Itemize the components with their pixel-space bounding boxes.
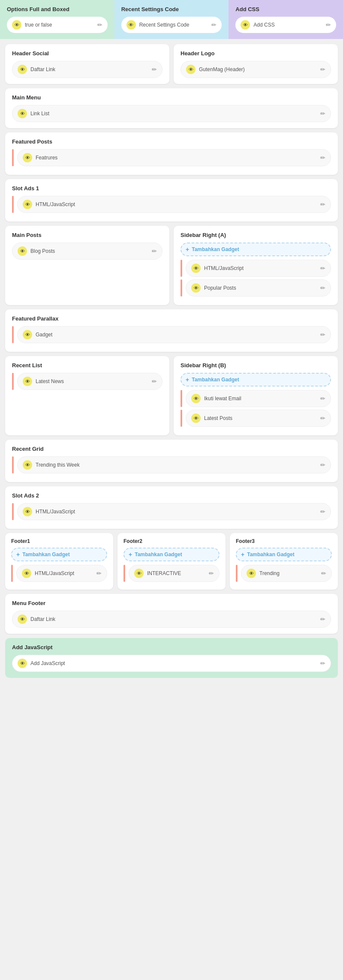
edit-icon-sa2[interactable]: ✏ — [320, 285, 325, 291]
edit-icon-sa1[interactable]: ✏ — [320, 265, 325, 272]
edit-icon-parallax[interactable]: ✏ — [320, 331, 325, 338]
drag-handle-slot2 — [12, 503, 14, 520]
edit-icon-f2[interactable]: ✏ — [209, 570, 214, 577]
drag-handle-recent — [12, 373, 14, 390]
featured-parallax-card: Featured Parallax Gadget ✏ — [5, 309, 338, 352]
plus-icon-a: + — [186, 246, 189, 253]
top-card-css-title: Add CSS — [235, 6, 336, 12]
edit-icon-settings[interactable]: ✏ — [211, 21, 217, 28]
recent-list-label: Latest News — [36, 378, 148, 384]
edit-icon-f3[interactable]: ✏ — [321, 570, 326, 577]
add-gadget-a-label: Tambahkan Gadget — [192, 246, 239, 252]
sidebar-a-item1-label: HTML/JavaScript — [204, 265, 317, 271]
featured-parallax-title: Featured Parallax — [12, 315, 331, 322]
top-card-options: Options Full and Boxed true or false ✏ — [0, 0, 114, 39]
edit-icon-f1[interactable]: ✏ — [96, 570, 102, 577]
header-logo-item: GutenMag (Header) ✏ — [181, 61, 331, 78]
add-gadget-b-btn[interactable]: + Tambahkan Gadget — [181, 373, 331, 387]
edit-icon-js[interactable]: ✏ — [320, 660, 325, 667]
recent-grid-title: Recent Grid — [12, 446, 331, 452]
top-card-css-inner: Add CSS ✏ — [235, 17, 336, 33]
sidebar-a-item1-row: HTML/JavaScript ✏ — [181, 260, 331, 277]
recent-list-item-row: Latest News ✏ — [12, 373, 162, 390]
edit-icon-grid[interactable]: ✏ — [320, 462, 325, 468]
footer3-item: Trending ✏ — [241, 565, 332, 582]
recent-list-title: Recent List — [12, 362, 162, 369]
drag-handle-sb1 — [181, 390, 182, 407]
eye-icon-sb1 — [191, 394, 201, 403]
main-posts-title: Main Posts — [12, 232, 162, 238]
eye-icon-slot1 — [23, 200, 32, 209]
main-menu-item: Link List ✏ — [12, 105, 331, 122]
eye-icon-recent — [23, 377, 32, 386]
footer2-title: Footer2 — [123, 538, 220, 544]
sidebar-b-item2-row: Latest Posts ✏ — [181, 410, 331, 427]
edit-icon-options[interactable]: ✏ — [97, 21, 102, 28]
edit-icon-css[interactable]: ✏ — [326, 21, 331, 28]
featured-posts-item: Featrures ✏ — [17, 149, 331, 166]
sidebar-b-item1: Ikuti lewat Email ✏ — [186, 390, 331, 407]
header-logo-title: Header Logo — [181, 50, 331, 57]
edit-icon-featured[interactable]: ✏ — [320, 154, 325, 161]
sidebar-right-b-title: Sidebar Right (B) — [181, 362, 331, 369]
eye-icon-js — [18, 659, 27, 668]
top-card-options-label: true or false — [25, 22, 94, 28]
top-bar: Options Full and Boxed true or false ✏ R… — [0, 0, 343, 39]
footer3-card: Footer3 + Tambahkan Gadget Trending ✏ — [230, 533, 338, 590]
eye-icon-featured — [23, 153, 32, 162]
eye-icon-sb2 — [191, 414, 201, 423]
add-gadget-f3-label: Tambahkan Gadget — [247, 551, 294, 557]
main-content: Header Social Daftar Link ✏ Header Logo … — [0, 39, 343, 683]
recent-list-card: Recent List Latest News ✏ — [5, 356, 169, 435]
featured-posts-label: Featrures — [36, 155, 317, 161]
eye-icon-settings — [126, 20, 136, 30]
drag-handle-sa2 — [181, 279, 182, 297]
top-card-options-inner: true or false ✏ — [7, 17, 108, 33]
eye-icon-f3 — [247, 569, 256, 578]
edit-icon-mfooter[interactable]: ✏ — [320, 616, 325, 623]
eye-icon-social — [18, 65, 27, 74]
drag-handle-f2 — [123, 565, 125, 582]
edit-icon-slot2[interactable]: ✏ — [320, 508, 325, 515]
add-gadget-f1-label: Tambahkan Gadget — [22, 551, 69, 557]
top-card-settings-inner: Recent Settings Code ✏ — [121, 17, 222, 33]
add-gadget-f3-btn[interactable]: + Tambahkan Gadget — [236, 548, 332, 561]
edit-icon-slot1[interactable]: ✏ — [320, 201, 325, 208]
edit-icon-posts[interactable]: ✏ — [152, 248, 157, 255]
drag-handle-sa1 — [181, 260, 182, 277]
add-javascript-card: Add JavaScript Add JavaScript ✏ — [5, 638, 338, 678]
drag-handle-f3 — [236, 565, 238, 582]
eye-icon-slot2 — [23, 507, 32, 516]
eye-icon-options — [12, 20, 21, 30]
featured-posts-title: Featured Posts — [12, 138, 331, 145]
header-social-title: Header Social — [12, 50, 162, 57]
sidebar-b-item1-row: Ikuti lewat Email ✏ — [181, 390, 331, 407]
drag-handle-grid — [12, 456, 14, 474]
main-menu-card: Main Menu Link List ✏ — [5, 88, 338, 128]
recent-grid-card: Recent Grid Trending this Week ✏ — [5, 440, 338, 482]
footer2-item: INTERACTIVE ✏ — [129, 565, 220, 582]
drag-handle-featured — [12, 149, 14, 166]
edit-icon-sb1[interactable]: ✏ — [320, 395, 325, 402]
recent-grid-label: Trending this Week — [36, 462, 317, 468]
top-card-settings: Recent Settings Code Recent Settings Cod… — [114, 0, 229, 39]
posts-sidebar-row: Main Posts Blog Posts ✏ Sidebar Right (A… — [5, 226, 338, 305]
sidebar-right-a-card: Sidebar Right (A) + Tambahkan Gadget HTM… — [174, 226, 338, 305]
plus-icon-f1: + — [16, 551, 20, 558]
add-javascript-title: Add JavaScript — [12, 644, 331, 650]
add-javascript-label: Add JavaScript — [30, 660, 317, 666]
edit-icon-sb2[interactable]: ✏ — [320, 415, 325, 422]
add-gadget-a-btn[interactable]: + Tambahkan Gadget — [181, 243, 331, 256]
edit-icon-logo[interactable]: ✏ — [320, 66, 325, 73]
add-gadget-f2-label: Tambahkan Gadget — [135, 551, 182, 557]
footer1-title: Footer1 — [11, 538, 107, 544]
eye-icon-grid — [23, 460, 32, 470]
edit-icon-recent[interactable]: ✏ — [152, 378, 157, 385]
top-card-options-title: Options Full and Boxed — [7, 6, 108, 12]
edit-icon-menu[interactable]: ✏ — [320, 110, 325, 117]
footer1-label: HTML/JavaScript — [35, 570, 93, 576]
edit-icon-social[interactable]: ✏ — [152, 66, 157, 73]
eye-icon-f1 — [22, 569, 31, 578]
add-gadget-f2-btn[interactable]: + Tambahkan Gadget — [123, 548, 220, 561]
add-gadget-f1-btn[interactable]: + Tambahkan Gadget — [11, 548, 107, 561]
